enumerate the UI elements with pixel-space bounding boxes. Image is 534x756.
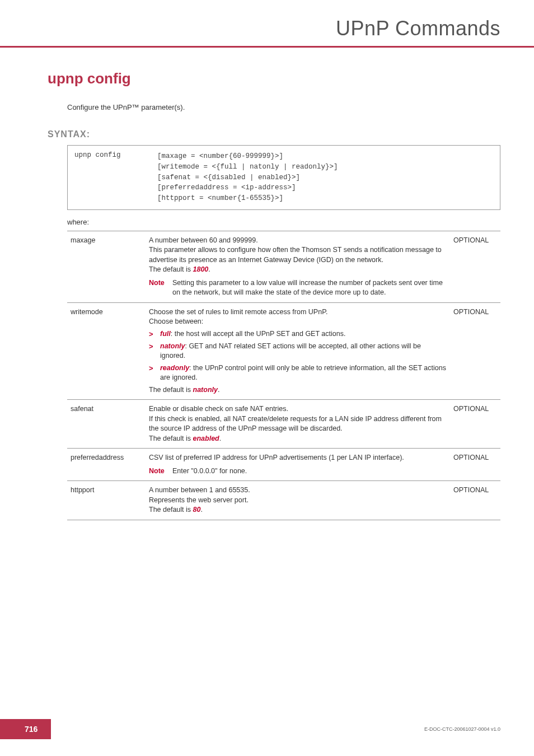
param-name: writemode — [67, 302, 146, 400]
param-desc: Choose the set of rules to limit remote … — [146, 302, 450, 400]
syntax-args: [maxage = <number{60-999999}>] [writemod… — [157, 146, 345, 209]
param-desc: Enable or disable check on safe NAT entr… — [146, 400, 450, 449]
bullet-arrow-icon: > — [149, 329, 160, 339]
bullet-text: full: the host will accept all the UPnP … — [160, 329, 447, 339]
param-name: httpport — [67, 481, 146, 520]
param-desc: A number between 60 and 999999. This par… — [146, 231, 450, 302]
header-title: UPnP Commands — [34, 17, 500, 40]
doc-id: E-DOC-CTC-20061027-0004 v1.0 — [424, 726, 500, 732]
table-row: preferredaddress CSV list of preferred I… — [67, 449, 500, 481]
syntax-cmd: upnp config — [68, 146, 157, 209]
desc-text: A number between 1 and 65535. Represents… — [149, 486, 250, 514]
bullet-text: readonly: the UPnP control point will on… — [160, 363, 447, 383]
desc-text: Enable or disable check on safe NAT entr… — [149, 405, 442, 442]
syntax-label: SYNTAX: — [48, 129, 500, 139]
syntax-box: upnp config [maxage = <number{60-999999}… — [67, 145, 500, 210]
note-label: Note — [149, 278, 172, 298]
content: upnp config Configure the UPnP™ paramete… — [0, 48, 534, 520]
param-table: maxage A number between 60 and 999999. T… — [67, 231, 500, 520]
desc-text: A number between 60 and 999999. This par… — [149, 236, 442, 274]
note-row: Note Setting this parameter to a low val… — [149, 278, 447, 298]
param-name: preferredaddress — [67, 449, 146, 481]
param-flag: OPTIONAL — [450, 449, 500, 481]
desc-outro: The default is natonly. — [149, 385, 447, 395]
table-row: writemode Choose the set of rules to lim… — [67, 302, 500, 400]
param-desc: CSV list of preferred IP address for UPn… — [146, 449, 450, 481]
bullet-arrow-icon: > — [149, 342, 160, 361]
param-flag: OPTIONAL — [450, 481, 500, 520]
param-desc: A number between 1 and 65535. Represents… — [146, 481, 450, 520]
note-text: Enter "0.0.0.0" for none. — [172, 466, 447, 477]
desc-text: CSV list of preferred IP address for UPn… — [149, 453, 447, 463]
table-row: maxage A number between 60 and 999999. T… — [67, 231, 500, 302]
table-row: safenat Enable or disable check on safe … — [67, 400, 500, 449]
note-text: Setting this parameter to a low value wi… — [172, 278, 447, 298]
desc-text: Choose the set of rules to limit remote … — [149, 307, 447, 327]
footer: 716 E-DOC-CTC-20061027-0004 v1.0 — [0, 719, 534, 739]
param-flag: OPTIONAL — [450, 302, 500, 400]
bullet-row: > full: the host will accept all the UPn… — [149, 329, 447, 339]
table-row: httpport A number between 1 and 65535. R… — [67, 481, 500, 520]
bullet-arrow-icon: > — [149, 363, 160, 383]
command-description: Configure the UPnP™ parameter(s). — [67, 103, 500, 111]
note-label: Note — [149, 466, 172, 477]
bullet-row: > readonly: the UPnP control point will … — [149, 363, 447, 383]
note-row: Note Enter "0.0.0.0" for none. — [149, 466, 447, 477]
page-header: UPnP Commands — [0, 0, 534, 48]
param-flag: OPTIONAL — [450, 400, 500, 449]
page-number: 716 — [0, 719, 51, 739]
command-title: upnp config — [48, 70, 500, 87]
param-name: maxage — [67, 231, 146, 302]
param-name: safenat — [67, 400, 146, 449]
param-flag: OPTIONAL — [450, 231, 500, 302]
bullet-row: > natonly: GET and NAT related SET actio… — [149, 342, 447, 361]
where-label: where: — [67, 218, 500, 226]
bullet-text: natonly: GET and NAT related SET actions… — [160, 342, 447, 361]
